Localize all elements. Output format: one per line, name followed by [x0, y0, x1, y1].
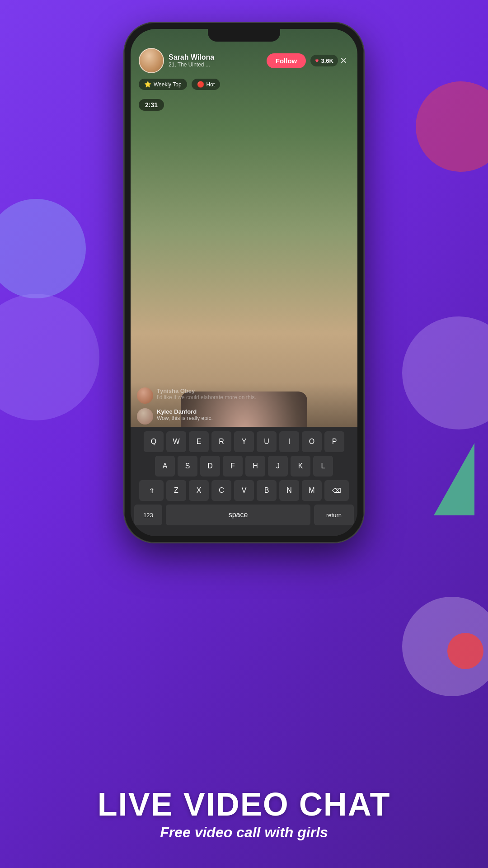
close-button[interactable]: ✕: [338, 53, 349, 68]
heart-icon: ♥: [315, 57, 319, 64]
key-h[interactable]: H: [245, 456, 265, 476]
key-n[interactable]: N: [279, 480, 299, 501]
key-x[interactable]: X: [189, 480, 209, 501]
deco-circle-red: [416, 81, 488, 172]
app-title: LIVE VIDEO CHAT: [27, 788, 461, 821]
deco-circle-white: [402, 597, 488, 696]
user-subinfo: 21, The Uinted ...: [169, 61, 262, 68]
key-i[interactable]: I: [279, 431, 299, 452]
timer-badge: 2:31: [139, 99, 164, 111]
phone-mockup: Sarah Wilona 21, The Uinted ... Follow ♥…: [124, 23, 364, 542]
tags-row: ⭐ Weekly Top 🔴 Hot: [139, 79, 220, 90]
chat-content-1: Tynisha Obey I'd like if we could elabor…: [157, 387, 256, 401]
chat-message-2: Kylee Danford Wow, this is really epic.: [137, 408, 351, 425]
key-w[interactable]: W: [166, 431, 186, 452]
key-shift[interactable]: ⇧: [139, 480, 164, 501]
avatar[interactable]: [139, 48, 164, 73]
key-v[interactable]: V: [234, 480, 254, 501]
avatar-image: [140, 49, 163, 72]
deco-circle-gray: [402, 316, 488, 429]
key-d[interactable]: D: [200, 456, 220, 476]
heart-count-text: 3.6K: [321, 57, 333, 64]
tag-weekly-top-label: Weekly Top: [154, 81, 182, 88]
user-name: Sarah Wilona: [169, 53, 262, 61]
keyboard-row-3: ⇧ Z X C V B N M ⌫: [134, 480, 354, 501]
key-z[interactable]: Z: [166, 480, 186, 501]
key-p[interactable]: P: [324, 431, 344, 452]
key-j[interactable]: J: [268, 456, 288, 476]
tag-hot[interactable]: 🔴 Hot: [192, 79, 221, 90]
key-return[interactable]: return: [314, 505, 354, 525]
tag-weekly-top[interactable]: ⭐ Weekly Top: [139, 79, 187, 90]
key-k[interactable]: K: [291, 456, 310, 476]
chat-avatar-2: [137, 408, 153, 425]
keyboard-row-1: Q W E R Y U I O P: [134, 431, 354, 452]
deco-heart-red: [447, 633, 483, 669]
phone-frame: Sarah Wilona 21, The Uinted ... Follow ♥…: [124, 23, 364, 542]
heart-count-badge: ♥ 3.6K: [310, 55, 338, 66]
keyboard-row-2: A S D F H J K L: [134, 456, 354, 476]
phone-notch: [208, 29, 280, 42]
key-r[interactable]: R: [211, 431, 231, 452]
key-c[interactable]: C: [211, 480, 231, 501]
key-y[interactable]: Y: [234, 431, 254, 452]
deco-triangle-green: [434, 443, 474, 515]
hot-icon: 🔴: [197, 81, 204, 88]
deco-circle-purple: [0, 294, 99, 420]
key-backspace[interactable]: ⌫: [324, 480, 349, 501]
keyboard-row-4: 123 space return: [134, 505, 354, 525]
key-a[interactable]: A: [155, 456, 175, 476]
chat-content-2: Kylee Danford Wow, this is really epic.: [157, 408, 213, 422]
key-s[interactable]: S: [178, 456, 197, 476]
key-space[interactable]: space: [166, 505, 310, 525]
chat-username-1: Tynisha Obey: [157, 387, 256, 394]
chat-text-1: I'd like if we could elaborate more on t…: [157, 394, 256, 401]
keyboard: Q W E R Y U I O P A S D F H J: [131, 427, 357, 536]
chat-avatar-1: [137, 387, 153, 404]
star-icon: ⭐: [144, 81, 151, 88]
key-q[interactable]: Q: [144, 431, 164, 452]
app-subtitle: Free video call with girls: [27, 824, 461, 841]
bottom-text-area: LIVE VIDEO CHAT Free video call with gir…: [0, 788, 488, 841]
follow-button[interactable]: Follow: [267, 53, 306, 68]
chat-message-1: Tynisha Obey I'd like if we could elabor…: [137, 387, 351, 404]
chat-username-2: Kylee Danford: [157, 408, 213, 415]
key-m[interactable]: M: [302, 480, 322, 501]
key-u[interactable]: U: [257, 431, 277, 452]
key-o[interactable]: O: [302, 431, 322, 452]
key-f[interactable]: F: [223, 456, 243, 476]
deco-circle-blue: [0, 199, 86, 298]
tag-hot-label: Hot: [206, 81, 215, 88]
phone-screen: Sarah Wilona 21, The Uinted ... Follow ♥…: [131, 29, 357, 536]
key-l[interactable]: L: [313, 456, 333, 476]
key-123[interactable]: 123: [134, 505, 162, 525]
chat-text-2: Wow, this is really epic.: [157, 415, 213, 422]
user-info: Sarah Wilona 21, The Uinted ...: [164, 53, 262, 68]
key-e[interactable]: E: [189, 431, 209, 452]
key-b[interactable]: B: [257, 480, 277, 501]
